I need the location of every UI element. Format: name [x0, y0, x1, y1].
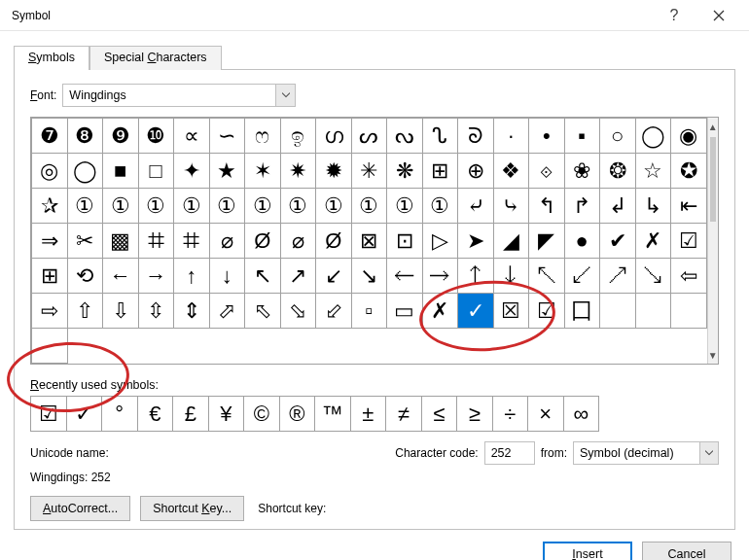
symbol-cell[interactable]: ✶: [245, 154, 281, 189]
symbol-cell[interactable]: ↓: [210, 259, 246, 294]
symbol-cell[interactable]: ❂: [600, 154, 636, 189]
symbol-cell[interactable]: ⇕: [174, 294, 210, 329]
symbol-cell[interactable]: ▩: [103, 224, 139, 259]
symbol-cell[interactable]: ◤: [529, 224, 565, 259]
recent-symbol-cell[interactable]: ≥: [457, 397, 493, 432]
symbol-cell[interactable]: ⬀: [210, 294, 246, 329]
from-combo[interactable]: [573, 441, 719, 465]
symbol-cell[interactable]: ❿: [139, 119, 175, 154]
recent-symbol-cell[interactable]: ≠: [386, 397, 422, 432]
symbol-cell[interactable]: ←: [103, 259, 139, 294]
symbol-cell[interactable]: 🡗: [565, 259, 601, 294]
symbol-cell[interactable]: ∝: [174, 119, 210, 154]
char-code-input[interactable]: [484, 441, 535, 465]
symbol-cell[interactable]: ·: [494, 119, 530, 154]
font-combo[interactable]: [62, 84, 296, 107]
grid-scrollbar[interactable]: ▲ ▼: [707, 118, 719, 364]
symbol-cell[interactable]: ⇒: [32, 224, 68, 259]
recent-symbol-cell[interactable]: ÷: [493, 397, 529, 432]
symbol-cell[interactable]: ↱: [565, 189, 601, 224]
symbol-cell[interactable]: ⊞: [32, 259, 68, 294]
symbol-cell[interactable]: ①: [245, 189, 281, 224]
symbol-cell[interactable]: ◎: [32, 154, 68, 189]
symbol-cell[interactable]: ᔓ: [387, 119, 423, 154]
recent-symbol-cell[interactable]: ×: [528, 397, 564, 432]
symbol-cell[interactable]: ⇤: [671, 189, 707, 224]
symbol-cell[interactable]: 🡔: [529, 259, 565, 294]
autocorrect-button[interactable]: AutoCorrect...: [30, 496, 130, 521]
symbol-cell[interactable]: 🡓: [494, 259, 530, 294]
symbol-cell[interactable]: ↳: [636, 189, 672, 224]
symbol-cell[interactable]: ❋: [387, 154, 423, 189]
symbol-cell[interactable]: ○: [600, 119, 636, 154]
symbol-cell[interactable]: 🡑: [458, 259, 494, 294]
symbol-cell[interactable]: ↗: [281, 259, 317, 294]
recent-symbol-cell[interactable]: ≤: [422, 397, 458, 432]
symbol-cell[interactable]: ☑: [671, 224, 707, 259]
symbol-cell[interactable]: ◯: [68, 154, 104, 189]
symbol-cell[interactable]: ☆: [636, 154, 672, 189]
cancel-button[interactable]: Cancel: [642, 542, 731, 560]
tab-symbols[interactable]: Symbols: [14, 46, 89, 70]
symbol-cell[interactable]: ⇧: [68, 294, 104, 329]
symbol-cell[interactable]: ⌀: [281, 224, 317, 259]
symbol-cell[interactable]: ඉ: [281, 119, 317, 154]
symbol-cell[interactable]: ✔: [600, 224, 636, 259]
symbol-cell[interactable]: [636, 294, 672, 329]
symbol-cell[interactable]: ●: [565, 224, 601, 259]
scroll-thumb[interactable]: [710, 137, 717, 222]
symbol-cell[interactable]: ꖛ: [174, 224, 210, 259]
symbol-cell[interactable]: ■: [103, 154, 139, 189]
symbol-cell[interactable]: ❖: [494, 154, 530, 189]
recent-symbol-cell[interactable]: ®: [280, 397, 316, 432]
symbol-cell[interactable]: [600, 294, 636, 329]
symbol-cell[interactable]: ⇩: [103, 294, 139, 329]
symbol-cell[interactable]: ⤷: [494, 189, 530, 224]
symbol-cell[interactable]: ①: [281, 189, 317, 224]
recent-symbol-cell[interactable]: ∞: [564, 397, 600, 432]
symbol-cell[interactable]: ✪: [671, 154, 707, 189]
symbol-cell[interactable]: Ø: [316, 224, 352, 259]
close-button[interactable]: [696, 0, 741, 31]
scroll-down-arrow[interactable]: ▼: [708, 346, 719, 364]
from-input[interactable]: [574, 442, 699, 464]
symbol-cell[interactable]: ❽: [68, 119, 104, 154]
symbol-cell[interactable]: ✰: [32, 189, 68, 224]
symbol-cell[interactable]: ①: [68, 189, 104, 224]
symbol-cell[interactable]: ▷: [423, 224, 459, 259]
symbol-cell[interactable]: ①: [387, 189, 423, 224]
symbol-cell[interactable]: ⬂: [281, 294, 317, 329]
symbol-cell[interactable]: ①: [210, 189, 246, 224]
font-dropdown-button[interactable]: [275, 85, 295, 106]
symbol-cell[interactable]: ①: [139, 189, 175, 224]
scroll-up-arrow[interactable]: ▲: [708, 118, 719, 135]
symbol-cell[interactable]: ෆ: [245, 119, 281, 154]
symbol-cell[interactable]: ①: [174, 189, 210, 224]
symbol-cell[interactable]: ⬁: [245, 294, 281, 329]
symbol-cell[interactable]: ⤶: [458, 189, 494, 224]
symbol-cell[interactable]: 囗: [565, 294, 601, 329]
recent-symbol-cell[interactable]: ☑: [31, 397, 67, 432]
symbol-cell[interactable]: ⇳: [139, 294, 175, 329]
symbol-cell[interactable]: 🡐: [387, 259, 423, 294]
symbol-cell[interactable]: [32, 329, 68, 364]
symbol-cell[interactable]: ❀: [565, 154, 601, 189]
symbol-cell[interactable]: ഗ: [316, 119, 352, 154]
symbol-cell[interactable]: ▭: [387, 294, 423, 329]
symbol-cell[interactable]: ✗: [423, 294, 459, 329]
symbol-cell[interactable]: ✳: [352, 154, 388, 189]
symbol-cell[interactable]: ⇦: [671, 259, 707, 294]
from-dropdown-button[interactable]: [699, 442, 718, 464]
symbol-cell[interactable]: ↘: [352, 259, 388, 294]
symbol-cell[interactable]: ⊡: [387, 224, 423, 259]
symbol-cell[interactable]: ⊠: [352, 224, 388, 259]
symbol-cell[interactable]: ⬃: [316, 294, 352, 329]
symbol-cell[interactable]: 🡒: [423, 259, 459, 294]
recent-symbol-cell[interactable]: °: [102, 397, 138, 432]
symbol-cell[interactable]: ①: [352, 189, 388, 224]
symbol-cell[interactable]: ᔕ: [352, 119, 388, 154]
symbol-cell[interactable]: ↰: [529, 189, 565, 224]
symbol-cell[interactable]: ★: [210, 154, 246, 189]
symbol-cell[interactable]: ↑: [174, 259, 210, 294]
shortcut-key-button[interactable]: Shortcut Key...: [140, 496, 244, 521]
